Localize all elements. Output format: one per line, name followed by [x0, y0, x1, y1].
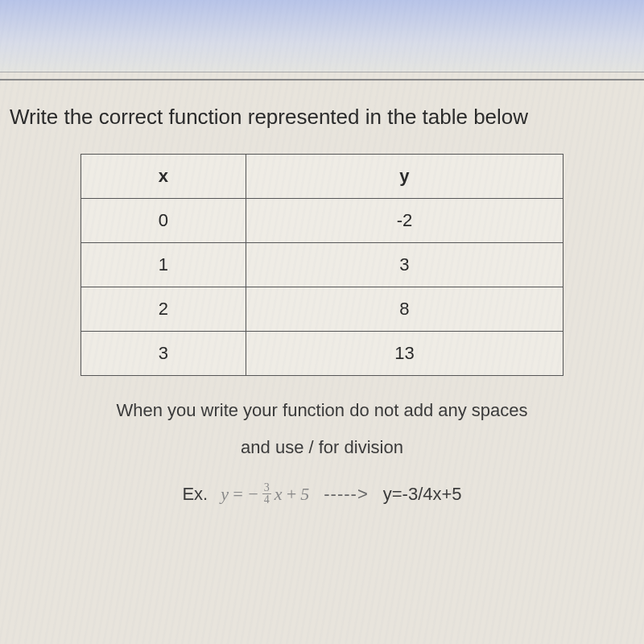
cell-y: 3: [246, 243, 563, 287]
cell-y: 13: [246, 332, 563, 376]
cell-x: 3: [81, 332, 246, 376]
arrow-icon: ----->: [324, 484, 368, 505]
table-row: 1 3: [81, 243, 564, 287]
math-negative: −: [247, 484, 259, 505]
math-equals: =: [232, 484, 244, 505]
instruction-line-1: When you write your function do not add …: [8, 400, 636, 421]
plain-text-answer: y=-3/4x+5: [383, 484, 462, 505]
header-y: y: [246, 155, 563, 199]
table-row: 2 8: [81, 287, 564, 332]
xy-table: x y 0 -2 1 3 2 8 3 13: [80, 154, 564, 376]
math-x: x: [275, 484, 283, 505]
fraction-numerator: 3: [262, 482, 271, 494]
table-row: 0 -2: [81, 199, 564, 243]
table-row: 3 13: [81, 332, 564, 376]
instruction-line-2: and use / for division: [8, 437, 636, 458]
math-y: y: [221, 484, 229, 505]
math-plus: +: [285, 484, 297, 505]
table-header-row: x y: [81, 155, 564, 199]
math-expression: y = − 3 4 x + 5: [221, 482, 309, 506]
question-content: Write the correct function represented i…: [0, 80, 644, 522]
header-x: x: [81, 155, 246, 199]
math-fraction: 3 4: [262, 482, 271, 506]
example-line: Ex. y = − 3 4 x + 5 -----> y=-3/4x+5: [8, 482, 636, 506]
example-prefix: Ex.: [182, 484, 208, 505]
cell-y: 8: [246, 287, 563, 332]
question-title: Write the correct function represented i…: [8, 105, 636, 130]
fraction-denominator: 4: [262, 494, 271, 506]
cell-x: 2: [81, 287, 246, 332]
cell-y: -2: [246, 199, 563, 243]
cell-x: 0: [81, 199, 246, 243]
math-five: 5: [300, 484, 309, 505]
cell-x: 1: [81, 243, 246, 287]
window-top-gradient: [0, 0, 644, 72]
